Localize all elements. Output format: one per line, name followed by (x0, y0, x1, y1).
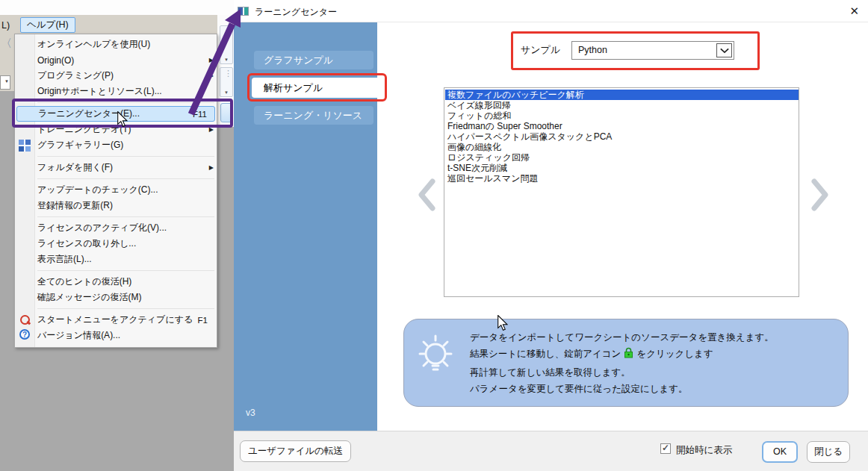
menu-item-label: プログラミング(P) (37, 69, 114, 82)
lock-icon (624, 347, 633, 364)
menu-item-online-help[interactable]: オンラインヘルプを使用(U) (15, 37, 217, 52)
learning-center-icon (238, 7, 249, 16)
menu-item-label: オンラインヘルプを使用(U) (37, 38, 150, 51)
menu-item-shortcut: F1 (198, 316, 211, 325)
menu-item-training-video[interactable]: トレーニングビデオ(T)▶ (15, 122, 217, 137)
menu-item-graph-gallery[interactable]: グラフギャラリー(G) (15, 137, 217, 153)
menu-item-programming[interactable]: プログラミング(P)▶ (15, 68, 217, 84)
menu-item-learning-center[interactable]: ラーニングセンター(E)...F11 (16, 106, 215, 122)
menu-separator (37, 156, 214, 157)
menu-item-label: トレーニングビデオ(T) (37, 123, 131, 136)
dialog-sidebar: グラフサンプル 解析サンプル ラーニング・リソース v3 (234, 22, 377, 431)
menu-item-shortcut: F11 (193, 110, 210, 119)
menu-item-label: スタートメニューをアクティブにする (37, 314, 193, 326)
close-button[interactable]: 閉じる (807, 441, 850, 463)
lightbulb-icon (414, 333, 457, 385)
menu-item-label: 表示言語(L)... (37, 253, 92, 266)
ok-button[interactable]: OK (762, 441, 798, 463)
menu-item-display-language[interactable]: 表示言語(L)... (15, 252, 217, 267)
menubar-partial-item[interactable]: L) (1, 20, 10, 31)
menu-item-label: Origin(O) (37, 55, 74, 66)
hint-line-1: データをインポートしてワークシートのソースデータを置き換えます。 (470, 329, 774, 346)
hint-box: データをインポートしてワークシートのソースデータを置き換えます。 結果シートに移… (403, 319, 849, 407)
help-dropdown-menu: オンラインヘルプを使用(U)Origin(O)▶プログラミング(P)▶Origi… (14, 34, 217, 348)
menu-item-restore-hints[interactable]: 全てのヒントの復活(H) (15, 274, 217, 290)
top-strip (0, 0, 234, 15)
menu-item-label: 登録情報の更新(R) (37, 199, 113, 212)
sample-combobox-value: Python (578, 45, 607, 55)
menu-separator (37, 178, 214, 179)
help-menu-button[interactable]: ヘルプ(H) (20, 17, 75, 33)
list-item[interactable]: t-SNE次元削減 (445, 163, 799, 173)
sample-combobox[interactable]: Python (571, 41, 734, 60)
list-item[interactable]: フィットの総和 (445, 110, 799, 121)
tab-graph-samples[interactable]: グラフサンプル (254, 51, 373, 69)
list-item[interactable]: ベイズ線形回帰 (445, 100, 799, 110)
menu-item-open-folder[interactable]: フォルダを開く(F)▶ (15, 160, 217, 175)
menu-separator (37, 270, 214, 271)
submenu-arrow-icon: ▶ (209, 57, 214, 63)
menu-item-label: ラーニングセンター(E)... (38, 107, 140, 120)
submenu-arrow-icon: ▶ (209, 126, 214, 133)
menu-item-label: フォルダを開く(F) (37, 161, 113, 174)
submenu-arrow-icon: ▶ (209, 164, 214, 171)
list-item[interactable]: 複数ファイルのバッチピーク解析 (445, 90, 799, 100)
menu-item-label: グラフギャラリー(G) (37, 139, 123, 152)
menu-item-label: ライセンスのアクティブ化(V)... (37, 222, 167, 234)
menu-item-license-removal[interactable]: ライセンスの取り外し... (15, 236, 217, 252)
menu-item-activate-start-menu[interactable]: スタートメニューをアクティブにするF1 (15, 312, 217, 328)
version-label: v3 (246, 408, 255, 418)
menu-item-version-info[interactable]: バージョン情報(A)... (15, 328, 217, 343)
menu-item-registration-update[interactable]: 登録情報の更新(R) (15, 198, 217, 213)
chevron-left-icon[interactable] (417, 178, 436, 214)
toolbar-fragment-combobox (0, 75, 10, 90)
show-at-startup-checkbox[interactable] (660, 443, 671, 454)
menu-item-license-activation[interactable]: ライセンスのアクティブ化(V)... (15, 220, 217, 236)
hint-line-2: 結果シートに移動し、錠前アイコンをクリックします (470, 346, 774, 364)
list-item[interactable]: Friedmanの Super Smoother (445, 121, 799, 131)
toolbar-fragment (220, 67, 233, 97)
menu-item-label: アップデートのチェック(C)... (37, 184, 158, 196)
hint-line-3: 再計算して新しい結果を取得します。 (470, 364, 774, 381)
hint-text: データをインポートしてワークシートのソースデータを置き換えます。 結果シートに移… (470, 329, 774, 398)
sample-list[interactable]: 複数ファイルのバッチピーク解析ベイズ線形回帰フィットの総和Friedmanの S… (444, 87, 799, 297)
list-item[interactable]: ロジスティック回帰 (445, 152, 799, 163)
toolbar-fragment-button (220, 103, 233, 122)
menu-item-label: バージョン情報(A)... (37, 329, 120, 342)
learning-center-dialog: ラーニングセンター ✕ グラフサンプル 解析サンプル ラーニング・リソース v3… (234, 0, 868, 471)
grid-icon (19, 140, 31, 152)
chevron-right-icon[interactable] (810, 178, 830, 214)
transfer-user-files-button[interactable]: ユーザファイルの転送 (240, 440, 351, 462)
sample-label: サンプル (521, 43, 560, 57)
menu-item-label: 確認メッセージの復活(M) (37, 291, 141, 304)
chevron-down-icon[interactable] (716, 43, 732, 57)
screen: L) ヘルプ(H) 〈〈 オンラインヘルプを使用(U)Origin(O)▶プログ… (0, 0, 868, 471)
menu-separator (37, 102, 214, 103)
dialog-footer: ユーザファイルの転送 開始時に表示 OK 閉じる (234, 431, 868, 471)
question-icon (19, 329, 30, 340)
menu-separator (37, 216, 214, 217)
show-at-startup-label[interactable]: 開始時に表示 (676, 444, 732, 457)
list-item[interactable]: 巡回セールスマン問題 (445, 173, 799, 184)
toolbar-fragment (220, 25, 233, 64)
menu-item-list: オンラインヘルプを使用(U)Origin(O)▶プログラミング(P)▶Origi… (15, 34, 217, 347)
magnifier-icon (19, 314, 31, 326)
menu-item-origin[interactable]: Origin(O)▶ (15, 52, 217, 68)
hint-line-4: パラメータを変更して要件に従った設定にします。 (470, 381, 774, 397)
tab-analysis-samples[interactable]: 解析サンプル (252, 78, 377, 98)
menu-item-label: Originサポートとリソース(L)... (37, 85, 162, 98)
list-item[interactable]: 画像の細線化 (445, 142, 799, 152)
menu-item-label: 全てのヒントの復活(H) (37, 275, 131, 288)
close-icon[interactable]: ✕ (849, 4, 859, 18)
menu-separator (37, 308, 214, 309)
submenu-arrow-icon: ▶ (209, 72, 214, 79)
menu-item-origin-support[interactable]: Originサポートとリソース(L)... (15, 84, 217, 99)
list-item[interactable]: ハイパースペクトル画像スタックとPCA (445, 131, 799, 142)
menu-item-label: ライセンスの取り外し... (37, 237, 136, 250)
dialog-title: ラーニングセンター (255, 6, 337, 19)
dialog-titlebar[interactable]: ラーニングセンター ✕ (234, 0, 868, 22)
tab-learning-resources[interactable]: ラーニング・リソース (254, 106, 373, 125)
menu-item-check-updates[interactable]: アップデートのチェック(C)... (15, 182, 217, 198)
menu-item-restore-messages[interactable]: 確認メッセージの復活(M) (15, 290, 217, 305)
